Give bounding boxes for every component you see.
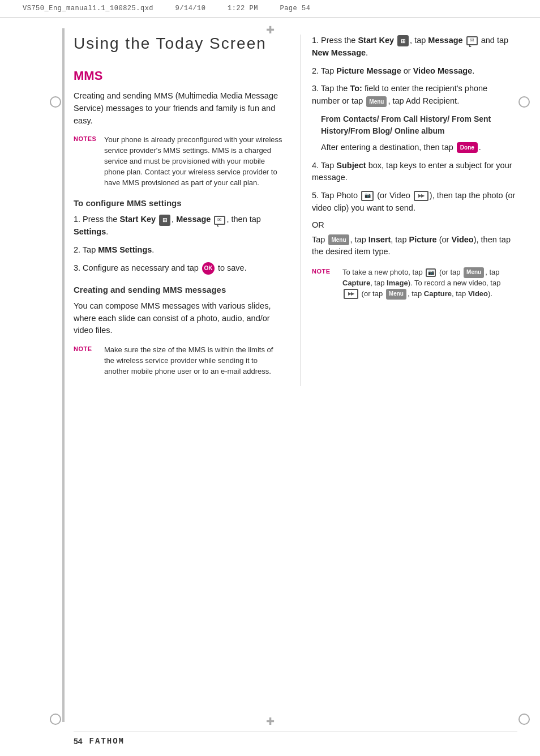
footer-brand: FATHOM bbox=[89, 737, 125, 746]
configure-step-3: 3. Configure as necessary and tap OK to … bbox=[74, 262, 283, 275]
right-note-label: NOTE bbox=[312, 267, 338, 300]
video-icon-2: ▶▶ bbox=[344, 289, 358, 299]
callout-text: From Contacts/ From Call History/ From S… bbox=[321, 113, 517, 137]
r2-bold-vid: Video Message bbox=[413, 66, 473, 75]
creating-body: You can compose MMS messages with variou… bbox=[74, 300, 283, 337]
rn-bold-video: Video bbox=[468, 289, 488, 298]
intro-text: Creating and sending MMS (Multimedia Med… bbox=[74, 90, 283, 127]
r1-msg-icon: ✉ bbox=[466, 36, 478, 45]
content-wrapper: Using the Today Screen MMS Creating and … bbox=[0, 18, 540, 403]
start-key-icon: ⊞ bbox=[159, 215, 170, 226]
corner-circle-br bbox=[518, 714, 530, 725]
done-icon: Done bbox=[457, 142, 478, 153]
filename: VS750_Eng_manual1.1_100825.qxd bbox=[23, 5, 153, 12]
r3-bold-to: To: bbox=[350, 84, 362, 93]
configure-title: To configure MMS settings bbox=[74, 198, 283, 208]
creating-title: Creating and sending MMS messages bbox=[74, 285, 283, 294]
top-center-cross: ✚ bbox=[266, 24, 275, 36]
r5-bold-insert: Insert bbox=[368, 235, 391, 244]
step2-bold: MMS Settings bbox=[98, 245, 152, 254]
r2-bold-pic: Picture Message bbox=[336, 66, 401, 75]
right-note-text: To take a new photo, tap 📷 (or tap Menu,… bbox=[342, 267, 517, 300]
rn-bold-capture1: Capture bbox=[342, 279, 370, 287]
r1-start-icon: ⊞ bbox=[397, 35, 409, 46]
notes-label: NOTES bbox=[74, 135, 100, 188]
menu-icon-2: Menu bbox=[328, 234, 349, 245]
corner-circle-bl bbox=[50, 714, 61, 725]
configure-step-1: 1. Press the Start Key ⊞, Message ✉, the… bbox=[74, 213, 283, 238]
corner-circle-tl bbox=[50, 96, 61, 108]
ok-icon: OK bbox=[202, 262, 215, 275]
r5-bold-picture: Picture bbox=[409, 235, 437, 244]
page-label: Page 54 bbox=[280, 5, 310, 12]
r1-bold-start: Start Key bbox=[358, 36, 394, 45]
time: 1:22 PM bbox=[228, 5, 258, 12]
r4-bold-subj: Subject bbox=[336, 161, 366, 170]
right-step-3: 3. Tap the To: field to enter the recipi… bbox=[312, 83, 517, 108]
configure-step-2: 2. Tap MMS Settings. bbox=[74, 244, 283, 257]
bottom-center-cross: ✚ bbox=[266, 715, 275, 728]
r1-bold-msg: Message bbox=[428, 36, 462, 45]
right-note-block: NOTE To take a new photo, tap 📷 (or tap … bbox=[312, 267, 517, 300]
left-column: Using the Today Screen MMS Creating and … bbox=[74, 35, 283, 386]
r5-bold-video: Video bbox=[451, 235, 473, 244]
menu-icon-3: Menu bbox=[464, 267, 484, 278]
cam-icon: 📷 bbox=[426, 268, 436, 277]
page-header: VS750_Eng_manual1.1_100825.qxd 9/14/10 1… bbox=[0, 0, 540, 18]
note-text: Make sure the size of the MMS is within … bbox=[104, 345, 283, 377]
step-bold-message: Message bbox=[176, 215, 211, 224]
menu-icon-4: Menu bbox=[386, 289, 406, 300]
notes-text: Your phone is already preconfigured with… bbox=[104, 135, 283, 188]
step-number: 1. Press the bbox=[74, 215, 119, 224]
callout-block: From Contacts/ From Call History/ From S… bbox=[321, 113, 517, 154]
menu-icon-1: Menu bbox=[366, 96, 387, 107]
step-bold-settings: Settings bbox=[74, 227, 106, 236]
page-title: Using the Today Screen bbox=[74, 35, 283, 53]
tap-menu-block: Tap Menu, tap Insert, tap Picture (or Vi… bbox=[312, 234, 517, 259]
photo-icon: 📷 bbox=[361, 191, 374, 201]
date: 9/14/10 bbox=[175, 5, 206, 12]
section-title: MMS bbox=[74, 69, 283, 83]
notes-block: NOTES Your phone is already preconfigure… bbox=[74, 135, 283, 188]
after-text: After entering a destination, then tap D… bbox=[321, 142, 517, 154]
rn-bold-image: Image bbox=[387, 279, 408, 287]
footer-page-number: 54 bbox=[74, 737, 83, 746]
note-block: NOTE Make sure the size of the MMS is wi… bbox=[74, 345, 283, 377]
corner-circle-tr bbox=[518, 96, 530, 108]
step-bold-start: Start Key bbox=[119, 215, 156, 224]
r1-bold-new: New Message bbox=[312, 48, 366, 57]
video-icon: ▶▶ bbox=[414, 191, 428, 201]
right-step-5: 5. Tap Photo 📷 (or Video ▶▶), then tap t… bbox=[312, 190, 517, 215]
or-divider: OR bbox=[312, 220, 517, 229]
note-label: NOTE bbox=[74, 345, 100, 377]
right-step-2: 2. Tap Picture Message or Video Message. bbox=[312, 65, 517, 78]
right-column: 1. Press the Start Key ⊞, tap Message ✉ … bbox=[300, 35, 517, 386]
left-bar bbox=[62, 28, 65, 722]
right-step-1: 1. Press the Start Key ⊞, tap Message ✉ … bbox=[312, 35, 517, 59]
footer: 54 FATHOM bbox=[74, 732, 517, 746]
right-step-4: 4. Tap Subject box, tap keys to enter a … bbox=[312, 160, 517, 185]
rn-bold-capture2: Capture bbox=[424, 289, 452, 298]
message-icon: ✉ bbox=[214, 216, 225, 225]
